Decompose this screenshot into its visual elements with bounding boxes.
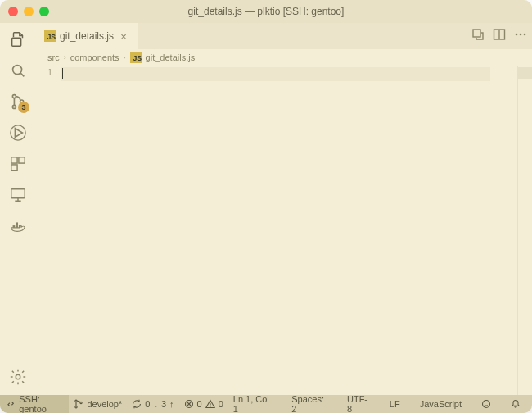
javascript-file-icon: JS xyxy=(130,52,142,63)
svg-text:JS: JS xyxy=(47,34,56,42)
tab-git-details[interactable]: JS git_details.js × xyxy=(36,23,138,49)
svg-point-30 xyxy=(483,401,490,408)
svg-point-21 xyxy=(516,34,518,36)
svg-point-15 xyxy=(16,374,20,379)
editor-area[interactable]: 1 xyxy=(36,66,532,395)
status-bar: SSH: gentoo develop* 0↓ 3↑ 0 0 Ln 1, Col… xyxy=(0,395,532,413)
tab-label: git_details.js xyxy=(60,30,114,42)
svg-point-3 xyxy=(12,105,16,108)
explorer-icon[interactable] xyxy=(8,30,28,49)
maximize-window-button[interactable] xyxy=(39,7,49,16)
source-control-icon[interactable]: 3 xyxy=(8,92,28,111)
line-number: 1 xyxy=(36,67,52,77)
code-content[interactable] xyxy=(61,66,517,395)
scm-badge: 3 xyxy=(18,102,29,113)
eol-status[interactable]: LF xyxy=(385,395,405,413)
titlebar: git_details.js — plktio [SSH: gentoo] xyxy=(0,0,532,23)
svg-rect-14 xyxy=(16,222,18,225)
editor-group: JS git_details.js × src › components › J… xyxy=(36,23,532,395)
svg-point-26 xyxy=(75,400,77,402)
window-title: git_details.js — plktio [SSH: gentoo] xyxy=(0,6,532,17)
svg-text:JS: JS xyxy=(133,54,142,62)
javascript-file-icon: JS xyxy=(44,30,56,43)
cursor-position-status[interactable]: Ln 1, Col 1 xyxy=(228,395,277,413)
compare-changes-icon[interactable] xyxy=(471,28,485,44)
line-gutter: 1 xyxy=(36,66,61,395)
app-window: git_details.js — plktio [SSH: gentoo] 3 … xyxy=(0,0,532,413)
breadcrumb[interactable]: src › components › JS git_details.js xyxy=(36,49,532,66)
close-tab-icon[interactable]: × xyxy=(118,30,129,42)
sync-status[interactable]: 0↓ 3↑ xyxy=(127,395,178,413)
run-debug-icon[interactable] xyxy=(8,123,28,143)
indentation-status[interactable]: Spaces: 2 xyxy=(286,395,332,413)
split-editor-icon[interactable] xyxy=(493,28,506,44)
text-cursor xyxy=(62,68,63,79)
current-line-highlight xyxy=(61,67,490,81)
svg-rect-10 xyxy=(11,189,25,198)
svg-rect-18 xyxy=(473,30,480,37)
svg-rect-7 xyxy=(11,157,17,163)
editor-actions xyxy=(471,23,527,49)
git-branch-status[interactable]: develop* xyxy=(69,395,127,413)
svg-rect-8 xyxy=(19,157,25,163)
minimize-window-button[interactable] xyxy=(24,7,34,16)
settings-gear-icon[interactable] xyxy=(8,367,28,387)
encoding-status[interactable]: UTF-8 xyxy=(342,395,375,413)
tab-bar: JS git_details.js × xyxy=(36,23,532,49)
remote-explorer-icon[interactable] xyxy=(8,185,28,205)
minimap[interactable] xyxy=(517,66,532,395)
problems-status[interactable]: 0 0 xyxy=(179,395,228,413)
minimap-slider[interactable] xyxy=(518,67,532,79)
chevron-right-icon: › xyxy=(64,53,66,61)
app-body: 3 JS git_details.js × xyxy=(0,23,532,395)
docker-icon[interactable] xyxy=(8,216,28,236)
svg-rect-9 xyxy=(11,165,17,170)
breadcrumb-part[interactable]: git_details.js xyxy=(146,52,196,62)
svg-point-1 xyxy=(13,66,22,75)
svg-point-23 xyxy=(524,34,526,36)
svg-point-22 xyxy=(520,34,522,36)
breadcrumb-part[interactable]: src xyxy=(47,52,60,62)
svg-point-2 xyxy=(12,95,16,98)
more-actions-icon[interactable] xyxy=(514,28,527,44)
svg-marker-5 xyxy=(15,129,22,138)
extensions-icon[interactable] xyxy=(8,154,28,174)
remote-host-status[interactable]: SSH: gentoo xyxy=(0,395,69,413)
traffic-lights xyxy=(8,7,49,16)
language-mode-status[interactable]: JavaScript xyxy=(415,395,467,413)
breadcrumb-part[interactable]: components xyxy=(70,52,119,62)
svg-point-27 xyxy=(75,406,77,408)
chevron-right-icon: › xyxy=(124,53,126,61)
notifications-bell-icon[interactable] xyxy=(506,395,525,413)
svg-rect-0 xyxy=(12,38,21,46)
close-window-button[interactable] xyxy=(8,7,18,16)
search-icon[interactable] xyxy=(8,61,28,80)
feedback-icon[interactable] xyxy=(476,395,496,413)
activity-bar: 3 xyxy=(0,23,36,395)
